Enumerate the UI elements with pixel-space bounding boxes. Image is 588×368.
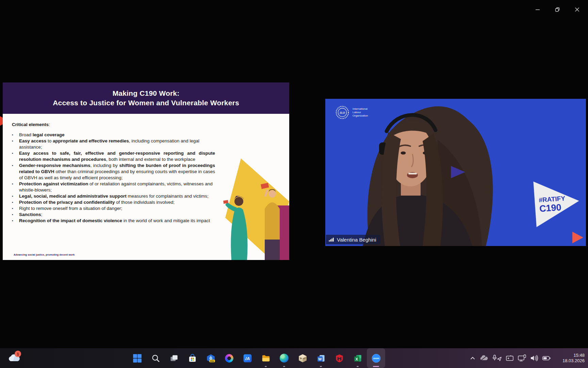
svg-text:ILO: ILO [339, 111, 345, 114]
dev-home-preview-icon: PRE [206, 354, 215, 363]
slide-title-line2: Access to Justice for Women and Vulnerab… [53, 98, 239, 108]
edge-icon [280, 354, 289, 363]
system-tray: 15:48 18.03.2026 [469, 348, 585, 368]
minimize-button[interactable] [530, 4, 545, 15]
volume-icon[interactable] [530, 354, 538, 362]
task-view-icon [169, 354, 179, 363]
svg-text:PRE: PRE [210, 360, 214, 362]
slide-bullet: Legal, social, medical and administrativ… [12, 193, 215, 199]
active-indicator [373, 366, 379, 367]
slide-title: Making C190 Work: Access to Justice for … [3, 82, 289, 114]
media-player-icon [298, 354, 307, 363]
svg-text:zoom: zoom [373, 357, 379, 359]
ratify-c190-graphic: #RATIFY C190 [532, 178, 583, 228]
zoom-icon: zoom [372, 354, 381, 363]
microsoft-365-icon: /A [243, 354, 252, 363]
svg-text:C190: C190 [539, 202, 561, 214]
mic-location-icon[interactable] [492, 354, 502, 362]
ilo-org-line3: Organization [353, 114, 368, 118]
slide-bullet-list: Broad legal coverageEasy access to appro… [12, 132, 215, 224]
slide-bullet: Sanctions; [12, 212, 215, 218]
slide-bullet: Right to remove oneself from a situation… [12, 205, 215, 212]
titlebar-controls [530, 4, 585, 15]
battery-icon[interactable] [542, 354, 551, 362]
search-icon [151, 354, 160, 363]
minimize-icon [535, 7, 540, 12]
slide-bullet: Broad legal coverage [12, 132, 215, 138]
ilo-logo: ILO International Labour Organization [336, 106, 368, 119]
widgets-button[interactable]: 1 [5, 350, 23, 366]
slide-intro-bold: Critical elements [12, 122, 49, 127]
decor-triangle-red [572, 232, 583, 243]
clock-date: 18.03.2026 [562, 358, 585, 364]
participant-name-tag: Valentina Beghini [326, 235, 380, 244]
word-icon: W [316, 354, 326, 363]
windows-start-icon [133, 354, 142, 363]
clock-time: 15:48 [573, 353, 585, 358]
search-button[interactable] [146, 348, 165, 368]
chevron-up-icon[interactable] [469, 355, 476, 362]
mcafee-icon [335, 354, 344, 363]
start-button[interactable] [128, 348, 146, 368]
close-button[interactable] [570, 4, 585, 15]
microsoft-365-button[interactable]: /A [238, 348, 257, 368]
running-indicator [265, 366, 267, 367]
copilot-button[interactable] [220, 348, 238, 368]
video-tile[interactable]: ILO International Labour Organization #R… [325, 99, 586, 246]
slide-footer: Advancing social justice, promoting dece… [14, 253, 75, 256]
ilo-org-name: International Labour Organization [353, 107, 368, 118]
mcafee-button[interactable] [330, 348, 348, 368]
ilo-emblem-icon: ILO [336, 106, 349, 119]
word-button[interactable]: W [312, 348, 330, 368]
slide-bullet: Easy access to appropriate and effective… [12, 138, 215, 150]
decor-triangle-purple [451, 166, 465, 178]
participant-name: Valentina Beghini [337, 237, 376, 243]
microsoft-store-icon [188, 354, 197, 363]
svg-text:W: W [318, 357, 322, 361]
svg-text:X: X [355, 357, 358, 361]
slide-intro: Critical elements: [12, 122, 289, 127]
close-icon [575, 7, 579, 12]
taskbar-clock[interactable]: 15:48 18.03.2026 [557, 353, 585, 364]
dev-home-preview-button[interactable]: PRE [201, 348, 220, 368]
shared-slide: Making C190 Work: Access to Justice for … [3, 82, 289, 260]
excel-button[interactable]: X [348, 348, 367, 368]
slide-title-line1: Making C190 Work: [113, 89, 180, 98]
file-explorer-icon [261, 354, 271, 363]
slide-bullet: Easy access to safe, fair, effective and… [12, 150, 215, 163]
task-view-button[interactable] [165, 348, 183, 368]
running-indicator [320, 366, 322, 367]
slide-illustration [221, 158, 289, 260]
slide-bullet: Protection of the privacy and confidenti… [12, 199, 215, 205]
file-explorer-button[interactable] [257, 348, 275, 368]
ilo-org-line1: International [353, 107, 368, 111]
edge-button[interactable] [275, 348, 293, 368]
display-connect-icon[interactable] [518, 354, 526, 362]
ilo-org-line2: Labour [353, 111, 368, 114]
slide-intro-rest: : [49, 122, 50, 127]
svg-text:/A: /A [245, 356, 250, 361]
widgets-notification-badge: 1 [15, 351, 21, 357]
running-indicator [283, 366, 285, 367]
onedrive-paused-icon[interactable] [480, 355, 488, 362]
copilot-icon [225, 354, 233, 363]
zoom-button[interactable]: zoom [367, 348, 385, 368]
running-indicator [357, 366, 359, 367]
restore-button[interactable] [550, 4, 565, 15]
screen: Making C190 Work: Access to Justice for … [0, 0, 588, 368]
microsoft-store-button[interactable] [183, 348, 201, 368]
restore-icon [555, 7, 560, 12]
excel-icon: X [353, 354, 362, 363]
taskbar-app-icons: PRE /A [128, 348, 385, 368]
media-player-button[interactable] [293, 348, 312, 368]
slide-bullet: Recognition of the impact of domestic vi… [12, 218, 215, 224]
slide-bullet: Protection against victimization of or r… [12, 181, 215, 193]
slide-bullet: Gender-responsive mechanisms, including … [12, 163, 215, 181]
studio-effects-icon[interactable] [506, 354, 514, 362]
signal-bars-icon [329, 237, 334, 242]
taskbar: 1 [0, 348, 588, 368]
